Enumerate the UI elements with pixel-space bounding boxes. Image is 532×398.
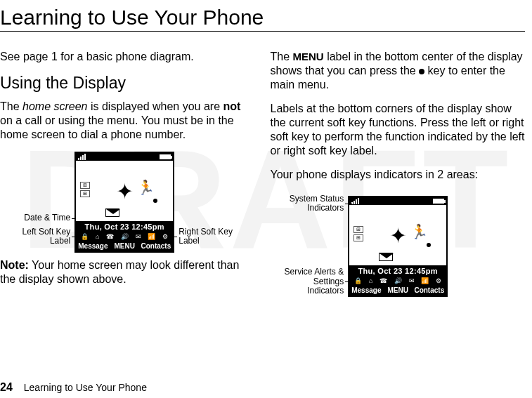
figure-indicator-areas: System Status Indicators Service Alerts …	[285, 192, 526, 297]
indicator-icon: ☎	[106, 233, 114, 240]
phone-screen-2: ⊞⊞ ✦ 🏃 Thu, Oct 23 12:45pm 🔒 ⌂ ☎ 🔊 ✉ 📶	[348, 196, 448, 297]
phone-screen-1: ⊞⊞ ✦ 🏃 Thu, Oct 23 12:45pm 🔒 ⌂ ☎ 🔊 ✉ 📶	[74, 152, 174, 253]
soft-key-row: Message MENU Contacts	[76, 241, 173, 251]
callout-right-soft-key: Right Soft Key Label	[179, 227, 233, 246]
indicator-icon: ⌂	[96, 233, 99, 240]
left-soft-key-label: Message	[78, 242, 109, 250]
left-column: See page 1 for a basic phone diagram. Us…	[0, 50, 255, 303]
section-heading: Using the Display	[0, 74, 255, 93]
text: on a call or using the menu. You must be…	[0, 114, 234, 140]
logo-icon: ✦	[116, 179, 134, 204]
mini-icons: ⊞⊞	[80, 182, 90, 197]
callout-system-status: System Status Indicators	[290, 194, 344, 213]
center-soft-key-label: MENU	[109, 242, 140, 250]
indicator-icon: ✉	[409, 277, 415, 284]
indicator-icon: 🔒	[81, 233, 89, 240]
callout-service-alerts: Service Alerts & Settings Indicators	[285, 267, 344, 295]
indicator-icon: ⚙	[436, 277, 441, 284]
note-text: Your home screen may look different than…	[0, 259, 239, 285]
page-title: Learning to Use Your Phone	[0, 6, 525, 32]
home-screen-paragraph: The home screen is displayed when you ar…	[0, 100, 255, 142]
center-soft-key-label: MENU	[382, 286, 413, 294]
envelope-icon	[105, 208, 119, 217]
wallpaper-area: ⊞⊞ ✦ 🏃	[349, 205, 446, 265]
indicator-icon: 📶	[148, 233, 155, 240]
status-bar	[349, 197, 446, 205]
alert-indicator-row: 🔒 ⌂ ☎ 🔊 ✉ 📶 ⚙	[349, 277, 446, 285]
home-screen-term: home screen	[22, 100, 88, 112]
menu-key-paragraph: The MENU label in the bottom center of t…	[271, 50, 526, 92]
figure-home-screen: Date & Time Left Soft Key Label ⊞⊞ ✦ 🏃	[0, 152, 255, 253]
center-key-icon	[419, 69, 424, 74]
note-paragraph: Note: Your home screen may look differen…	[0, 258, 255, 286]
page-footer: 24 Learning to Use Your Phone	[0, 381, 147, 394]
indicator-icon: 🔊	[121, 233, 129, 240]
callouts-right: Right Soft Key Label	[179, 209, 233, 253]
text: The	[0, 100, 22, 112]
indicator-icon: ✉	[136, 233, 141, 240]
envelope-icon	[379, 253, 393, 261]
softkey-paragraph: Labels at the bottom corners of the disp…	[271, 102, 526, 158]
logo-icon: ✦	[389, 223, 407, 248]
intro-paragraph: See page 1 for a basic phone diagram.	[0, 50, 255, 64]
right-soft-key-label: Contacts	[140, 242, 171, 250]
text: is displayed when you are	[88, 100, 223, 112]
running-head: Learning to Use Your Phone	[24, 382, 147, 393]
left-soft-key-label: Message	[351, 286, 382, 294]
indicator-icon: ⌂	[369, 277, 372, 284]
battery-icon	[433, 199, 444, 204]
battery-icon	[160, 154, 171, 159]
right-soft-key-label: Contacts	[413, 286, 444, 294]
status-bar	[76, 153, 173, 161]
wallpaper-area: ⊞⊞ ✦ 🏃	[76, 161, 173, 221]
alert-indicator-row: 🔒 ⌂ ☎ 🔊 ✉ 📶 ⚙	[76, 232, 173, 241]
indicator-icon: 🔒	[354, 277, 362, 284]
note-label: Note:	[0, 259, 29, 271]
date-time-bar: Thu, Oct 23 12:45pm	[76, 221, 173, 232]
indicator-icon: 🔊	[394, 277, 402, 284]
dot-icon	[153, 199, 157, 203]
signal-icon	[78, 154, 86, 160]
runner-icon: 🏃	[410, 223, 428, 240]
indicator-icon: 📶	[421, 277, 429, 284]
text: The	[271, 51, 293, 62]
callouts-indicators: System Status Indicators Service Alerts …	[285, 192, 344, 297]
right-column: The MENU label in the bottom center of t…	[271, 50, 526, 303]
indicators-paragraph: Your phone displays indicators in 2 area…	[271, 168, 526, 182]
callout-date-time: Date & Time	[24, 213, 70, 223]
page-number: 24	[0, 381, 13, 394]
date-time-bar: Thu, Oct 23 12:45pm	[349, 265, 446, 277]
menu-label: MENU	[293, 51, 324, 62]
not-bold: not	[223, 100, 241, 112]
runner-icon: 🏃	[137, 179, 155, 196]
callouts-left: Date & Time Left Soft Key Label	[22, 213, 71, 253]
dot-icon	[427, 243, 431, 247]
soft-key-row: Message MENU Contacts	[349, 285, 446, 296]
indicator-icon: ☎	[379, 277, 387, 284]
callout-left-soft-key: Left Soft Key Label	[22, 227, 71, 246]
indicator-icon: ⚙	[162, 233, 168, 240]
mini-icons: ⊞⊞	[353, 226, 363, 241]
signal-icon	[351, 198, 359, 204]
